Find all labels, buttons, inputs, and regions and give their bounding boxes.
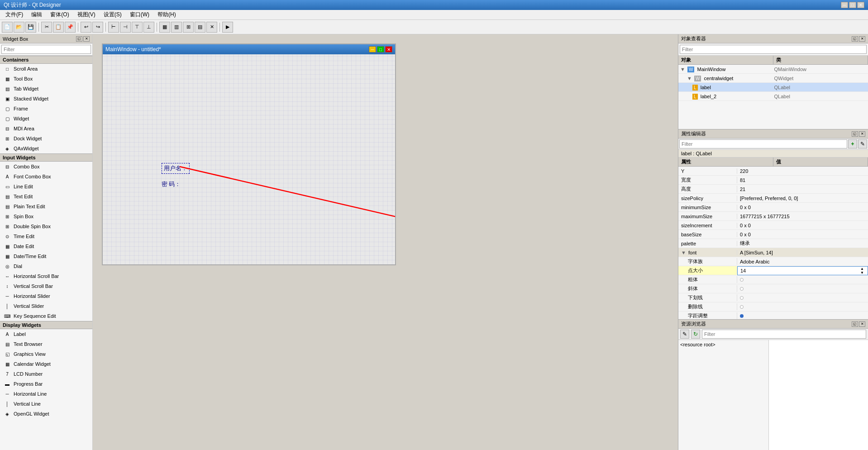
qt-maximize-btn[interactable]: □ [377, 46, 384, 53]
resource-filter-input[interactable] [702, 330, 866, 339]
widget-lcd-number[interactable]: 7 LCD Number [0, 369, 92, 379]
prop-value-minsize[interactable]: 0 x 0 [737, 205, 868, 210]
obj-row-centralwidget[interactable]: ▼ W centralwidget QWidget [678, 74, 868, 83]
prop-value-bold[interactable] [737, 278, 868, 282]
widget-double-spin-box[interactable]: ⊞ Double Spin Box [0, 221, 92, 231]
prop-value-height[interactable]: 21 [737, 187, 868, 192]
widget-box-close[interactable]: ✕ [83, 36, 90, 42]
toolbar-cut[interactable]: ✂ [41, 22, 52, 33]
obj-row-label[interactable]: L label QLabel [678, 83, 868, 92]
qt-close-btn[interactable]: ✕ [385, 46, 392, 53]
toolbar-align-left[interactable]: ⊢ [108, 22, 119, 33]
prop-value-strikeout[interactable] [737, 305, 868, 309]
widget-v-line[interactable]: │ Vertical Line [0, 399, 92, 409]
widget-box-float[interactable]: ◱ [76, 36, 82, 42]
toolbar-new[interactable]: 📄 [2, 22, 13, 33]
toolbar-paste[interactable]: 📌 [65, 22, 76, 33]
widget-datetime-edit[interactable]: ▦ Date/Time Edit [0, 251, 92, 261]
widget-text-browser[interactable]: ▤ Text Browser [0, 339, 92, 349]
toolbar-save[interactable]: 💾 [25, 22, 36, 33]
widget-scroll-area[interactable]: □ Scroll Area [0, 64, 92, 74]
toolbar-layout-break[interactable]: ✕ [206, 22, 217, 33]
widget-h-scrollbar[interactable]: ↔ Horizontal Scroll Bar [0, 271, 92, 281]
menu-help[interactable]: 帮助(H) [154, 10, 180, 19]
prop-value-sizepolicy[interactable]: [Preferred, Preferred, 0, 0] [737, 196, 868, 201]
prop-value-Y[interactable]: 220 [737, 168, 868, 174]
widget-line-edit[interactable]: ▭ Line Edit [0, 182, 92, 191]
widget-v-slider[interactable]: │ Vertical Slider [0, 301, 92, 311]
menu-form[interactable]: 窗体(O) [47, 10, 72, 19]
widget-calendar[interactable]: ▦ Calendar Widget [0, 359, 92, 369]
underline-checkbox[interactable] [740, 296, 744, 300]
label-username[interactable]: 用户名： [162, 163, 190, 174]
widget-v-scrollbar[interactable]: ↕ Vertical Scroll Bar [0, 281, 92, 291]
widget-tab-widget[interactable]: ▤ Tab Widget [0, 84, 92, 94]
toolbar-redo[interactable]: ↪ [92, 22, 103, 33]
widget-qaxwidget[interactable]: ◈ QAxWidget [0, 144, 92, 153]
prop-value-basesize[interactable]: 0 x 0 [737, 232, 868, 237]
prop-filter-input[interactable] [679, 139, 847, 148]
widget-time-edit[interactable]: ⊙ Time Edit [0, 231, 92, 241]
widget-graphics-view[interactable]: ◱ Graphics View [0, 349, 92, 359]
resource-refresh-btn[interactable]: ↻ [691, 330, 700, 339]
prop-editor-close[interactable]: ✕ [859, 131, 865, 137]
widget-spin-box[interactable]: ⊞ Spin Box [0, 211, 92, 221]
menu-window[interactable]: 窗口(W) [126, 10, 153, 19]
toolbar-copy[interactable]: 📋 [53, 22, 64, 33]
widget-date-edit[interactable]: ▦ Date Edit [0, 241, 92, 251]
prop-value-sizeincr[interactable]: 0 x 0 [737, 223, 868, 228]
toolbar-align-right[interactable]: ⊣ [120, 22, 131, 33]
toolbar-layout-h[interactable]: ▦ [159, 22, 170, 33]
prop-value-font[interactable]: A [SimSun, 14] [737, 250, 868, 255]
prop-value-italic[interactable] [737, 287, 868, 291]
prop-value-underline[interactable] [737, 296, 868, 300]
widget-font-combo-box[interactable]: A Font Combo Box [0, 172, 92, 182]
widget-progress-bar[interactable]: ▬ Progress Bar [0, 379, 92, 389]
widget-dock-widget[interactable]: ⊞ Dock Widget [0, 134, 92, 144]
obj-filter-input[interactable] [680, 45, 867, 54]
toolbar-undo[interactable]: ↩ [81, 22, 91, 33]
resource-browser-float[interactable]: ◱ [852, 321, 858, 327]
menu-view[interactable]: 视图(V) [74, 10, 99, 19]
qt-main-window[interactable]: MainWindow - untitled* ─ □ ✕ 用户名： 密 码： [102, 43, 396, 265]
widget-h-slider[interactable]: ─ Horizontal Slider [0, 291, 92, 301]
maximize-button[interactable]: □ [849, 2, 856, 8]
prop-edit-btn[interactable]: ✎ [858, 139, 867, 148]
prop-value-width[interactable]: 81 [737, 177, 868, 183]
menu-settings[interactable]: 设置(S) [100, 10, 125, 19]
canvas-area[interactable]: MainWindow - untitled* ─ □ ✕ 用户名： 密 码： [93, 34, 678, 450]
menu-file[interactable]: 文件(F) [2, 10, 27, 19]
widget-key-seq-edit[interactable]: ⌨ Key Sequence Edit [0, 311, 92, 321]
prop-editor-float[interactable]: ◱ [852, 131, 858, 137]
label-password[interactable]: 密 码： [162, 180, 181, 188]
toolbar-layout-v[interactable]: ▥ [171, 22, 182, 33]
prop-value-palette[interactable]: 继承 [737, 240, 868, 247]
prop-add-btn[interactable]: + [848, 139, 857, 148]
resource-browser-close[interactable]: ✕ [859, 321, 865, 327]
widget-combo-box[interactable]: ⊟ Combo Box [0, 162, 92, 172]
widget-filter-input[interactable] [1, 45, 91, 54]
minimize-button[interactable]: ─ [841, 2, 848, 8]
strikeout-checkbox[interactable] [740, 305, 744, 309]
toolbar-align-top[interactable]: ⊤ [132, 22, 143, 33]
toolbar-open[interactable]: 📂 [14, 22, 24, 33]
widget-label[interactable]: A Label [0, 329, 92, 339]
italic-checkbox[interactable] [740, 287, 744, 291]
qt-minimize-btn[interactable]: ─ [369, 46, 376, 53]
widget-tool-box[interactable]: ▦ Tool Box [0, 74, 92, 84]
toolbar-layout-form[interactable]: ▤ [195, 22, 205, 33]
close-button[interactable]: ✕ [857, 2, 864, 8]
toolbar-preview[interactable]: ▶ [222, 22, 233, 33]
widget-frame[interactable]: ▢ Frame [0, 104, 92, 114]
prop-spinner-down[interactable]: ▼ [860, 271, 864, 275]
prop-value-kerning[interactable] [737, 314, 868, 318]
menu-edit[interactable]: 编辑 [28, 10, 46, 19]
prop-value-font-family[interactable]: Adobe Arabic [737, 259, 868, 264]
widget-opengl[interactable]: ◈ OpenGL Widget [0, 409, 92, 419]
kerning-checkbox[interactable] [740, 314, 744, 318]
bold-checkbox[interactable] [740, 278, 744, 282]
prop-spinner-up[interactable]: ▲ [860, 267, 864, 271]
widget-text-edit[interactable]: ▤ Text Edit [0, 191, 92, 201]
widget-stacked-widget[interactable]: ▣ Stacked Widget [0, 94, 92, 104]
widget-h-line[interactable]: ─ Horizontal Line [0, 389, 92, 399]
